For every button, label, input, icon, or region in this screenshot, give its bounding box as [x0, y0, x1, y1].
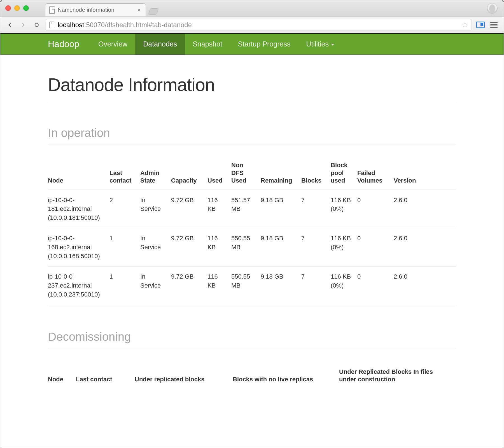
th-admin-state[interactable]: Admin State [140, 158, 171, 190]
table-row: ip-10-0-0-168.ec2.internal (10.0.0.168:5… [48, 228, 456, 267]
cell-node: ip-10-0-0-181.ec2.internal (10.0.0.181:5… [48, 190, 109, 228]
cell-admin_state: In Service [140, 266, 171, 305]
cell-failed_volumes: 0 [357, 228, 394, 267]
url-path: :50070/dfshealth.html#tab-datanode [84, 21, 192, 29]
th-failed-volumes[interactable]: Failed Volumes [357, 158, 394, 190]
cell-last_contact: 2 [109, 190, 140, 228]
extension-icon[interactable] [476, 22, 485, 28]
cell-admin_state: In Service [140, 190, 171, 228]
cell-failed_volumes: 0 [357, 266, 394, 305]
table-row: ip-10-0-0-181.ec2.internal (10.0.0.181:5… [48, 190, 456, 228]
th-non-dfs-used[interactable]: Non DFS Used [231, 158, 261, 190]
cell-non_dfs_used: 550.55 MB [231, 266, 261, 305]
window-controls [5, 5, 29, 11]
new-tab-button[interactable] [148, 8, 158, 15]
back-button[interactable] [5, 20, 14, 29]
chrome-menu-button[interactable] [489, 21, 499, 29]
nav-item-label: Overview [98, 40, 127, 48]
nav-item-overview[interactable]: Overview [90, 34, 135, 55]
nav-item-snapshot[interactable]: Snapshot [185, 34, 230, 55]
table-row: ip-10-0-0-237.ec2.internal (10.0.0.237:5… [48, 266, 456, 305]
page-icon [49, 22, 54, 28]
section-decomissioning: Decomissioning [48, 330, 456, 348]
th-blocks[interactable]: Blocks [301, 158, 331, 190]
th-decom-node[interactable]: Node [48, 365, 76, 388]
cell-last_contact: 1 [109, 228, 140, 267]
nav-item-datanodes[interactable]: Datanodes [135, 34, 185, 55]
cell-node: ip-10-0-0-237.ec2.internal (10.0.0.237:5… [48, 266, 109, 305]
cell-blocks: 7 [301, 266, 331, 305]
nav-item-label: Datanodes [143, 40, 177, 48]
window-close-button[interactable] [5, 5, 11, 11]
bookmark-star-icon[interactable]: ☆ [462, 20, 468, 29]
th-decom-under-replicated[interactable]: Under replicated blocks [135, 365, 233, 388]
cell-used: 116 KB [207, 190, 231, 228]
cell-last_contact: 1 [109, 266, 140, 305]
nav-item-label: Snapshot [193, 40, 222, 48]
chevron-down-icon [331, 44, 334, 46]
nav-item-label: Utilities [306, 40, 329, 48]
th-node[interactable]: Node [48, 158, 109, 190]
th-used[interactable]: Used [207, 158, 231, 190]
cell-capacity: 9.72 GB [171, 228, 207, 267]
th-remaining[interactable]: Remaining [261, 158, 301, 190]
section-in-operation: In operation [48, 126, 456, 144]
cell-non_dfs_used: 550.55 MB [231, 228, 261, 267]
cell-block_pool_used: 116 KB (0%) [331, 266, 357, 305]
th-decom-no-live[interactable]: Blocks with no live replicas [233, 365, 339, 388]
datanodes-table: Node Last contact Admin State Capacity U… [48, 158, 456, 305]
decom-table: Node Last contact Under replicated block… [48, 365, 456, 388]
cell-admin_state: In Service [140, 228, 171, 267]
th-version[interactable]: Version [394, 158, 456, 190]
address-bar[interactable]: localhost:50070/dfshealth.html#tab-datan… [46, 19, 472, 31]
th-block-pool[interactable]: Block pool used [331, 158, 357, 190]
profile-avatar-icon[interactable] [487, 3, 498, 14]
forward-button[interactable] [19, 20, 28, 29]
cell-remaining: 9.18 GB [261, 190, 301, 228]
browser-tab[interactable]: Namenode information × [45, 3, 146, 16]
window-zoom-button[interactable] [23, 5, 29, 11]
cell-failed_volumes: 0 [357, 190, 394, 228]
app-navbar: Hadoop OverviewDatanodesSnapshotStartup … [0, 33, 504, 55]
page-title: Datanode Information [48, 74, 456, 101]
cell-remaining: 9.18 GB [261, 266, 301, 305]
page-content: Datanode Information In operation Node L… [0, 55, 504, 388]
cell-node: ip-10-0-0-168.ec2.internal (10.0.0.168:5… [48, 228, 109, 267]
window-minimize-button[interactable] [14, 5, 20, 11]
cell-used: 116 KB [207, 266, 231, 305]
tabstrip: Namenode information × [45, 3, 158, 16]
cell-capacity: 9.72 GB [171, 266, 207, 305]
reload-button[interactable] [32, 20, 41, 29]
cell-blocks: 7 [301, 190, 331, 228]
brand[interactable]: Hadoop [48, 34, 90, 55]
cell-version: 2.6.0 [394, 266, 456, 305]
th-decom-last-contact[interactable]: Last contact [76, 365, 135, 388]
th-decom-under-construction[interactable]: Under Replicated Blocks In files under c… [339, 365, 456, 388]
cell-used: 116 KB [207, 228, 231, 267]
cell-remaining: 9.18 GB [261, 228, 301, 267]
url-host: localhost [58, 21, 84, 29]
cell-blocks: 7 [301, 228, 331, 267]
nav-item-label: Startup Progress [238, 40, 291, 48]
tab-title: Namenode information [58, 7, 114, 13]
nav-item-utilities[interactable]: Utilities [298, 34, 342, 55]
cell-block_pool_used: 116 KB (0%) [331, 228, 357, 267]
cell-version: 2.6.0 [394, 228, 456, 267]
cell-version: 2.6.0 [394, 190, 456, 228]
browser-window: Namenode information × localhost:50070/d… [0, 0, 504, 448]
cell-capacity: 9.72 GB [171, 190, 207, 228]
page-icon [49, 6, 55, 14]
th-capacity[interactable]: Capacity [171, 158, 207, 190]
cell-block_pool_used: 116 KB (0%) [331, 190, 357, 228]
chrome-toolbar: localhost:50070/dfshealth.html#tab-datan… [0, 17, 504, 33]
nav-item-startup-progress[interactable]: Startup Progress [230, 34, 298, 55]
chrome-titlebar: Namenode information × [0, 0, 504, 17]
th-last-contact[interactable]: Last contact [109, 158, 140, 190]
nav-items: OverviewDatanodesSnapshotStartup Progres… [90, 34, 342, 55]
cell-non_dfs_used: 551.57 MB [231, 190, 261, 228]
tab-close-icon[interactable]: × [137, 7, 141, 13]
